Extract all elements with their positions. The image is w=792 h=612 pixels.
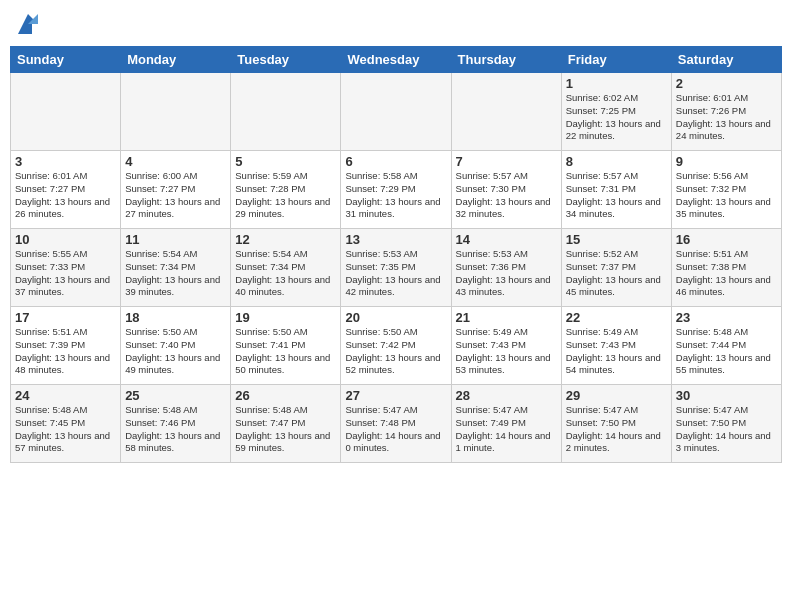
day-info: Sunrise: 5:55 AM Sunset: 7:33 PM Dayligh… — [15, 248, 116, 299]
day-info: Sunrise: 5:50 AM Sunset: 7:40 PM Dayligh… — [125, 326, 226, 377]
day-info: Sunrise: 5:47 AM Sunset: 7:50 PM Dayligh… — [676, 404, 777, 455]
day-header-thursday: Thursday — [451, 47, 561, 73]
day-number: 12 — [235, 232, 336, 247]
week-row-2: 3Sunrise: 6:01 AM Sunset: 7:27 PM Daylig… — [11, 151, 782, 229]
day-info: Sunrise: 5:57 AM Sunset: 7:31 PM Dayligh… — [566, 170, 667, 221]
day-info: Sunrise: 6:01 AM Sunset: 7:26 PM Dayligh… — [676, 92, 777, 143]
logo-icon — [14, 10, 42, 38]
day-cell: 9Sunrise: 5:56 AM Sunset: 7:32 PM Daylig… — [671, 151, 781, 229]
day-number: 3 — [15, 154, 116, 169]
day-number: 9 — [676, 154, 777, 169]
week-row-4: 17Sunrise: 5:51 AM Sunset: 7:39 PM Dayli… — [11, 307, 782, 385]
day-info: Sunrise: 5:56 AM Sunset: 7:32 PM Dayligh… — [676, 170, 777, 221]
week-row-1: 1Sunrise: 6:02 AM Sunset: 7:25 PM Daylig… — [11, 73, 782, 151]
day-cell: 15Sunrise: 5:52 AM Sunset: 7:37 PM Dayli… — [561, 229, 671, 307]
day-info: Sunrise: 5:54 AM Sunset: 7:34 PM Dayligh… — [235, 248, 336, 299]
day-cell: 28Sunrise: 5:47 AM Sunset: 7:49 PM Dayli… — [451, 385, 561, 463]
day-cell: 29Sunrise: 5:47 AM Sunset: 7:50 PM Dayli… — [561, 385, 671, 463]
day-cell: 23Sunrise: 5:48 AM Sunset: 7:44 PM Dayli… — [671, 307, 781, 385]
day-cell: 27Sunrise: 5:47 AM Sunset: 7:48 PM Dayli… — [341, 385, 451, 463]
day-info: Sunrise: 5:59 AM Sunset: 7:28 PM Dayligh… — [235, 170, 336, 221]
day-number: 15 — [566, 232, 667, 247]
day-number: 18 — [125, 310, 226, 325]
day-info: Sunrise: 5:58 AM Sunset: 7:29 PM Dayligh… — [345, 170, 446, 221]
header-row: SundayMondayTuesdayWednesdayThursdayFrid… — [11, 47, 782, 73]
day-number: 25 — [125, 388, 226, 403]
day-info: Sunrise: 5:50 AM Sunset: 7:42 PM Dayligh… — [345, 326, 446, 377]
day-number: 24 — [15, 388, 116, 403]
day-number: 5 — [235, 154, 336, 169]
day-info: Sunrise: 5:47 AM Sunset: 7:48 PM Dayligh… — [345, 404, 446, 455]
day-number: 29 — [566, 388, 667, 403]
day-cell: 4Sunrise: 6:00 AM Sunset: 7:27 PM Daylig… — [121, 151, 231, 229]
day-cell: 22Sunrise: 5:49 AM Sunset: 7:43 PM Dayli… — [561, 307, 671, 385]
day-info: Sunrise: 5:48 AM Sunset: 7:46 PM Dayligh… — [125, 404, 226, 455]
day-number: 4 — [125, 154, 226, 169]
day-number: 13 — [345, 232, 446, 247]
day-info: Sunrise: 5:47 AM Sunset: 7:49 PM Dayligh… — [456, 404, 557, 455]
day-number: 26 — [235, 388, 336, 403]
day-number: 28 — [456, 388, 557, 403]
day-info: Sunrise: 5:48 AM Sunset: 7:45 PM Dayligh… — [15, 404, 116, 455]
day-info: Sunrise: 6:02 AM Sunset: 7:25 PM Dayligh… — [566, 92, 667, 143]
day-number: 30 — [676, 388, 777, 403]
day-number: 8 — [566, 154, 667, 169]
day-cell: 2Sunrise: 6:01 AM Sunset: 7:26 PM Daylig… — [671, 73, 781, 151]
day-cell: 10Sunrise: 5:55 AM Sunset: 7:33 PM Dayli… — [11, 229, 121, 307]
day-header-sunday: Sunday — [11, 47, 121, 73]
week-row-5: 24Sunrise: 5:48 AM Sunset: 7:45 PM Dayli… — [11, 385, 782, 463]
day-info: Sunrise: 5:49 AM Sunset: 7:43 PM Dayligh… — [456, 326, 557, 377]
day-info: Sunrise: 5:48 AM Sunset: 7:47 PM Dayligh… — [235, 404, 336, 455]
day-number: 21 — [456, 310, 557, 325]
day-cell: 8Sunrise: 5:57 AM Sunset: 7:31 PM Daylig… — [561, 151, 671, 229]
day-cell: 30Sunrise: 5:47 AM Sunset: 7:50 PM Dayli… — [671, 385, 781, 463]
day-cell: 18Sunrise: 5:50 AM Sunset: 7:40 PM Dayli… — [121, 307, 231, 385]
day-number: 17 — [15, 310, 116, 325]
day-number: 10 — [15, 232, 116, 247]
day-number: 14 — [456, 232, 557, 247]
week-row-3: 10Sunrise: 5:55 AM Sunset: 7:33 PM Dayli… — [11, 229, 782, 307]
day-cell: 20Sunrise: 5:50 AM Sunset: 7:42 PM Dayli… — [341, 307, 451, 385]
day-info: Sunrise: 6:00 AM Sunset: 7:27 PM Dayligh… — [125, 170, 226, 221]
day-number: 6 — [345, 154, 446, 169]
day-info: Sunrise: 5:50 AM Sunset: 7:41 PM Dayligh… — [235, 326, 336, 377]
day-cell: 16Sunrise: 5:51 AM Sunset: 7:38 PM Dayli… — [671, 229, 781, 307]
day-cell: 5Sunrise: 5:59 AM Sunset: 7:28 PM Daylig… — [231, 151, 341, 229]
day-number: 2 — [676, 76, 777, 91]
day-info: Sunrise: 5:53 AM Sunset: 7:35 PM Dayligh… — [345, 248, 446, 299]
day-cell: 24Sunrise: 5:48 AM Sunset: 7:45 PM Dayli… — [11, 385, 121, 463]
day-number: 20 — [345, 310, 446, 325]
day-number: 11 — [125, 232, 226, 247]
day-number: 1 — [566, 76, 667, 91]
day-number: 23 — [676, 310, 777, 325]
day-number: 22 — [566, 310, 667, 325]
day-info: Sunrise: 6:01 AM Sunset: 7:27 PM Dayligh… — [15, 170, 116, 221]
day-number: 27 — [345, 388, 446, 403]
logo — [10, 10, 42, 38]
day-cell: 12Sunrise: 5:54 AM Sunset: 7:34 PM Dayli… — [231, 229, 341, 307]
day-cell: 21Sunrise: 5:49 AM Sunset: 7:43 PM Dayli… — [451, 307, 561, 385]
day-cell — [231, 73, 341, 151]
day-info: Sunrise: 5:52 AM Sunset: 7:37 PM Dayligh… — [566, 248, 667, 299]
day-info: Sunrise: 5:57 AM Sunset: 7:30 PM Dayligh… — [456, 170, 557, 221]
day-cell: 25Sunrise: 5:48 AM Sunset: 7:46 PM Dayli… — [121, 385, 231, 463]
day-info: Sunrise: 5:51 AM Sunset: 7:38 PM Dayligh… — [676, 248, 777, 299]
day-cell: 7Sunrise: 5:57 AM Sunset: 7:30 PM Daylig… — [451, 151, 561, 229]
day-info: Sunrise: 5:48 AM Sunset: 7:44 PM Dayligh… — [676, 326, 777, 377]
day-cell — [451, 73, 561, 151]
day-header-saturday: Saturday — [671, 47, 781, 73]
day-cell: 1Sunrise: 6:02 AM Sunset: 7:25 PM Daylig… — [561, 73, 671, 151]
day-header-friday: Friday — [561, 47, 671, 73]
day-cell — [121, 73, 231, 151]
header — [10, 10, 782, 38]
day-cell — [11, 73, 121, 151]
day-cell: 13Sunrise: 5:53 AM Sunset: 7:35 PM Dayli… — [341, 229, 451, 307]
day-cell: 6Sunrise: 5:58 AM Sunset: 7:29 PM Daylig… — [341, 151, 451, 229]
day-info: Sunrise: 5:49 AM Sunset: 7:43 PM Dayligh… — [566, 326, 667, 377]
day-number: 19 — [235, 310, 336, 325]
calendar-table: SundayMondayTuesdayWednesdayThursdayFrid… — [10, 46, 782, 463]
day-number: 16 — [676, 232, 777, 247]
day-info: Sunrise: 5:47 AM Sunset: 7:50 PM Dayligh… — [566, 404, 667, 455]
day-info: Sunrise: 5:54 AM Sunset: 7:34 PM Dayligh… — [125, 248, 226, 299]
day-cell: 19Sunrise: 5:50 AM Sunset: 7:41 PM Dayli… — [231, 307, 341, 385]
